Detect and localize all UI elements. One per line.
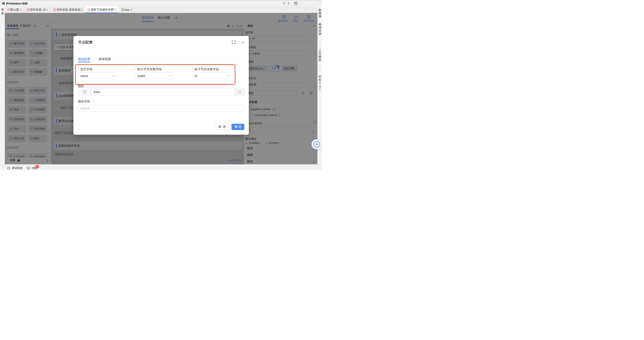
svg-text:Ai: Ai [315,143,318,146]
